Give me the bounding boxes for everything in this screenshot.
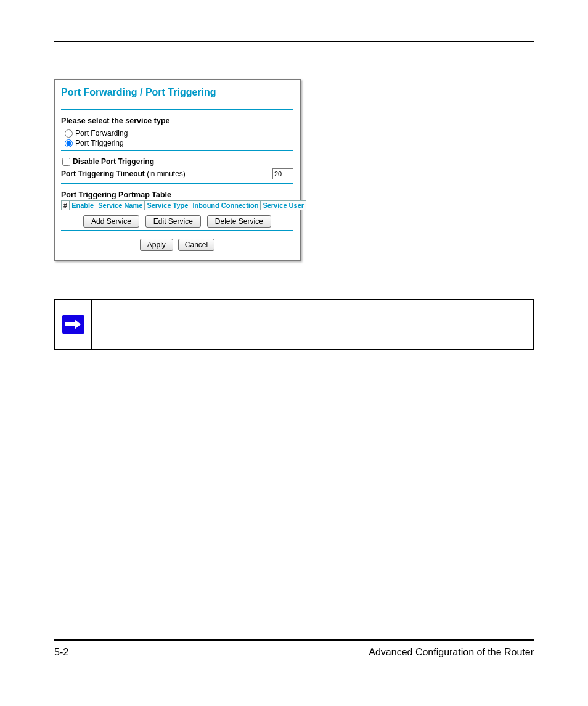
timeout-row: Port Triggering Timeout (in minutes) [61, 168, 293, 179]
col-inbound: Inbound Connection [190, 201, 261, 210]
portmap-table: # Enable Service Name Service Type Inbou… [61, 200, 306, 210]
timeout-input[interactable] [272, 168, 293, 179]
note-content [92, 300, 533, 349]
radio-port-triggering-input[interactable] [65, 139, 73, 147]
disable-port-triggering-checkbox[interactable] [62, 158, 70, 166]
edit-service-button[interactable]: Edit Service [145, 215, 201, 228]
disable-port-triggering[interactable]: Disable Port Triggering [62, 157, 293, 166]
note-box [54, 299, 534, 350]
disable-port-triggering-label: Disable Port Triggering [73, 157, 154, 166]
arrow-right-icon [62, 315, 84, 334]
add-service-button[interactable]: Add Service [83, 215, 139, 228]
radio-port-forwarding[interactable]: Port Forwarding [65, 129, 293, 138]
page-footer: 5-2 Advanced Configuration of the Router [54, 639, 534, 658]
col-service-name: Service Name [96, 201, 145, 210]
panel-title: Port Forwarding / Port Triggering [61, 87, 293, 98]
radio-port-forwarding-label: Port Forwarding [75, 129, 128, 138]
footer-title: Advanced Configuration of the Router [369, 647, 534, 658]
service-type-label: Please select the service type [61, 117, 293, 125]
timeout-label: Port Triggering Timeout (in minutes) [61, 170, 186, 178]
cancel-button[interactable]: Cancel [178, 239, 214, 251]
top-rule [54, 41, 534, 42]
footer-rule [54, 639, 534, 641]
col-enable: Enable [70, 201, 96, 210]
page-number: 5-2 [54, 647, 68, 658]
divider [61, 183, 293, 184]
apply-button[interactable]: Apply [140, 239, 173, 251]
radio-port-forwarding-input[interactable] [65, 129, 73, 138]
radio-port-triggering[interactable]: Port Triggering [65, 139, 293, 147]
radio-port-triggering-label: Port Triggering [75, 139, 124, 147]
divider [61, 109, 293, 110]
col-service-type: Service Type [145, 201, 190, 210]
col-num: # [62, 201, 70, 210]
note-icon-cell [55, 300, 92, 349]
col-service-user: Service User [261, 201, 306, 210]
portmap-table-label: Port Triggering Portmap Table [61, 191, 293, 199]
divider [61, 230, 293, 231]
divider [61, 150, 293, 151]
port-triggering-panel: Port Forwarding / Port Triggering Please… [54, 79, 301, 261]
delete-service-button[interactable]: Delete Service [207, 215, 271, 228]
